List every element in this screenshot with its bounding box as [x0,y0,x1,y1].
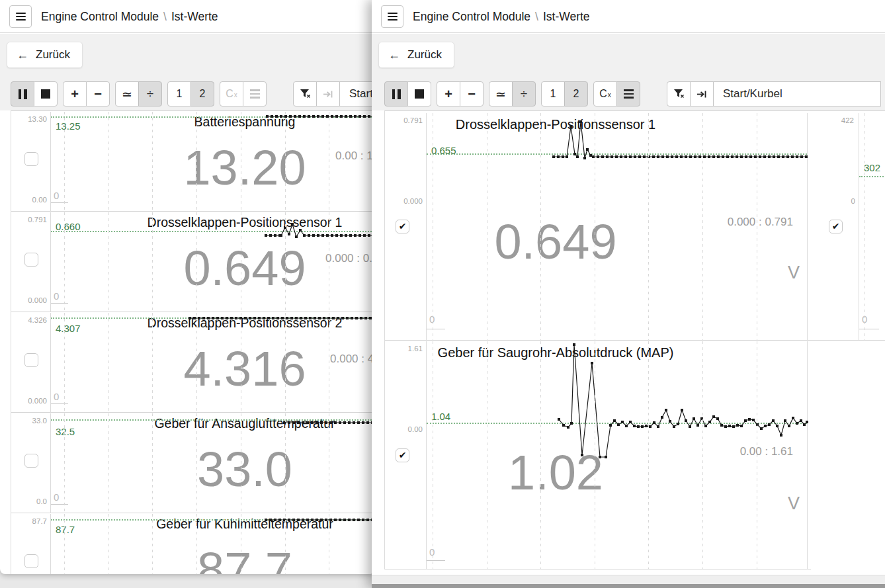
axis-max-label: 0.791 [11,216,47,224]
gridline [702,113,703,340]
gridline [433,341,433,569]
plus-icon: + [444,87,452,102]
chart-visibility-checkbox[interactable] [24,454,38,468]
wave-icon: ≃ [495,87,506,102]
gridline [241,313,241,412]
filter-input[interactable] [339,81,374,106]
zoom-out-button[interactable]: − [86,81,110,106]
window-left-subbar: ← Zurück + − ≃ ÷ 1 2 [0,34,374,110]
page-2-button[interactable]: 2 [564,81,588,106]
goto-end-button[interactable] [690,81,714,106]
axis-tick [859,329,879,329]
stop-button[interactable] [34,81,58,106]
gridline [196,413,197,513]
plot-area: Drosselklappen-Positionssensor 1 0.660 0… [50,212,374,312]
gridline [108,112,109,211]
axis-min-label: 0.0 [11,497,47,505]
back-button[interactable]: ← Zurück [7,42,83,68]
chart-visibility-checkbox[interactable] [24,152,38,166]
split-scale-button[interactable]: ÷ [138,81,162,106]
divide-icon: ÷ [521,87,527,101]
sparkline [51,514,374,574]
gridline [152,514,153,574]
gridline [152,413,153,513]
axis-max-label: 13.30 [11,115,47,123]
gridline [241,413,241,513]
page-1-button[interactable]: 1 [167,81,191,106]
gridline [196,112,197,211]
list-button[interactable] [616,81,640,106]
clear-button[interactable]: Cx [220,81,243,106]
arrow-to-bar-icon [696,90,707,99]
window-right: Engine Control Module \ Ist-Werte ← Zurü… [372,0,885,588]
axis-min-label: 0 [811,197,855,205]
filter-x-icon [300,89,311,99]
gridline [152,112,153,211]
axis-max-label: 87.7 [11,517,47,525]
horizontal-scrollbar[interactable] [372,584,885,588]
zoom-in-button[interactable]: + [437,81,460,106]
filter-clear-button[interactable] [667,81,691,106]
sparkline [51,212,374,312]
gridline [152,212,153,312]
chart-tile-drosselklappe-1: 0.791 0.000 Drosselklappen-Positionssens… [11,212,374,312]
breadcrumb-page: Ist-Werte [543,10,590,24]
back-button[interactable]: ← Zurück [378,42,454,68]
pause-button[interactable] [384,81,408,106]
gridline [241,212,241,312]
filter-input[interactable] [713,81,881,106]
gridline [285,413,286,513]
gridline [329,514,329,574]
axis-min-label: 0.000 [11,296,47,304]
hamburger-icon [16,13,26,14]
chart-tile-batteriespannung: 13.30 0.00 Batteriespannung 13.25 13.20 … [11,112,374,212]
chart-visibility-checkbox[interactable] [24,253,38,267]
chart-tile-drosselklappe-2: 4.326 0.000 Drosselklappen-Positionssens… [11,313,374,413]
gridline [757,341,757,569]
zoom-out-button[interactable]: − [460,81,484,106]
list-icon [624,89,634,99]
plot-area: Geber für Saugrohr-Absolutdruck (MAP) 1.… [426,341,808,569]
scrollbar-track [372,575,885,584]
gridline [702,341,703,569]
stop-button[interactable] [407,81,431,106]
chart-visibility-checkbox[interactable] [24,554,38,568]
curve-mode-button[interactable]: ≃ [115,81,139,106]
clear-button[interactable]: Cx [593,81,617,106]
pause-button[interactable] [11,81,34,106]
filter-clear-button[interactable] [293,81,317,106]
list-icon [250,89,260,99]
page-1-button[interactable]: 1 [541,81,565,106]
gridline [329,212,329,312]
clear-icon: Cx [226,88,237,100]
curve-mode-button[interactable]: ≃ [489,81,513,106]
gridline [285,313,286,412]
gridline [108,212,109,312]
gridline [64,313,65,412]
minus-icon: − [468,87,476,102]
page-2-button[interactable]: 2 [190,81,214,106]
chart-visibility-checkbox[interactable] [24,353,38,367]
gridline [433,113,433,340]
menu-button[interactable] [9,5,32,28]
gridline [64,514,65,574]
plot-area: Drosselklappen-Positionssensor 1 0.655 0… [426,113,808,340]
zoom-in-button[interactable]: + [63,81,87,106]
menu-button[interactable] [381,5,403,28]
gridline [196,313,197,412]
filter-x-icon [673,89,685,99]
toolbar: + − ≃ ÷ 1 2 Cx [11,81,374,106]
gridline [329,413,329,513]
list-button[interactable] [243,81,267,106]
sparkline [51,313,374,412]
breadcrumb: Engine Control Module \ Ist-Werte [41,0,218,33]
gridline [64,212,65,312]
plot-area: Batteriespannung 13.25 13.20 0.00 : 13.3… [50,112,374,211]
axis-min-label: 0.000 [385,197,423,205]
sparkline [427,341,808,569]
gridline [757,113,757,340]
goto-end-button[interactable] [316,81,340,106]
axis-min-label: 0.00 [11,196,47,204]
split-scale-button[interactable]: ÷ [512,81,536,106]
chart-visibility-checkbox[interactable] [829,220,843,233]
